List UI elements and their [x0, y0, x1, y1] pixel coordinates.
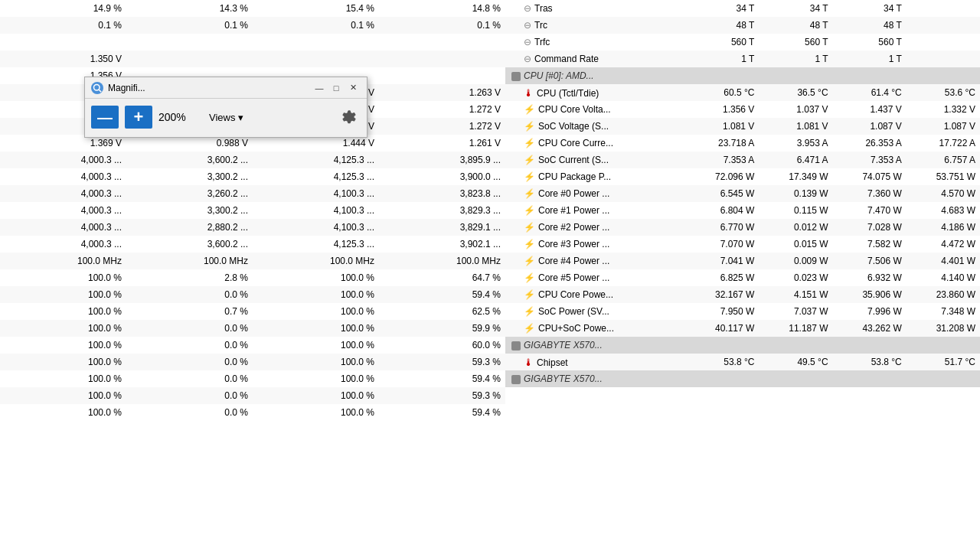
table-row: 100.0 %0.0 %100.0 %59.4 %: [0, 370, 505, 387]
magnifier-window: Magnifi... — □ ✕ — + 200% Views ▾: [84, 77, 368, 138]
table-row: [0, 34, 505, 51]
magnifier-title: Magnifi...: [108, 83, 310, 93]
table-row: 100.0 %0.0 %100.0 %59.3 %: [0, 387, 505, 404]
magnifier-app-icon: [91, 82, 103, 94]
lightning-icon: ⚡: [524, 188, 535, 199]
settings-button[interactable]: [336, 105, 361, 129]
chip-icon: [511, 341, 521, 350]
table-row: 100.0 %0.0 %100.0 %59.4 %: [0, 286, 505, 303]
lightning-icon: ⚡: [524, 306, 535, 317]
minimize-button[interactable]: —: [312, 80, 327, 96]
table-row: 100.0 %0.7 %100.0 %62.5 %: [0, 303, 505, 320]
chevron-down-icon: ▾: [238, 112, 243, 123]
right-panel: ⊖Tras34 T34 T34 T⊖Trc48 T48 T48 T⊖Trfc56…: [505, 0, 980, 551]
chip-icon: [511, 72, 521, 81]
circle-minus-icon: ⊖: [524, 54, 531, 64]
lightning-icon: ⚡: [524, 155, 535, 165]
svg-line-1: [99, 90, 101, 92]
table-row: ⚡Core #3 Power ...7.070 W0.015 W7.582 W4…: [505, 236, 980, 253]
zoom-out-button[interactable]: —: [91, 106, 119, 129]
zoom-in-button[interactable]: +: [125, 106, 152, 129]
table-row: ⚡CPU Core Powe...32.167 W4.151 W35.906 W…: [505, 286, 980, 303]
section-header-row: GIGABYTE X570...: [505, 370, 980, 387]
lightning-icon: ⚡: [524, 138, 535, 148]
table-row: ⊖Tras34 T34 T34 T: [505, 0, 980, 17]
table-row: ⚡CPU Package P...72.096 W17.349 W74.075 …: [505, 168, 980, 185]
lightning-icon: ⚡: [524, 171, 535, 182]
lightning-icon: ⚡: [524, 222, 535, 233]
table-row: ⚡Core #4 Power ...7.041 W0.009 W7.506 W4…: [505, 253, 980, 269]
table-row: ⚡Core #5 Power ...6.825 W0.023 W6.932 W4…: [505, 269, 980, 286]
section-header-row: CPU [#0]: AMD...: [505, 67, 980, 84]
chip-icon: [511, 375, 521, 384]
thermometer-icon: 🌡: [524, 357, 534, 368]
left-panel: 14.9 %14.3 %15.4 %14.8 %0.1 %0.1 %0.1 %0…: [0, 0, 505, 551]
lightning-icon: ⚡: [524, 323, 535, 334]
left-data-table: 14.9 %14.3 %15.4 %14.8 %0.1 %0.1 %0.1 %0…: [0, 0, 505, 421]
table-row: ⊖Trc48 T48 T48 T: [505, 17, 980, 34]
table-row: ⚡SoC Voltage (S...1.081 V1.081 V1.087 V1…: [505, 118, 980, 135]
table-row: 4,000.3 ...3,600.2 ...4,125.3 ...3,895.9…: [0, 152, 505, 168]
table-row: 🌡CPU (Tctl/Tdie)60.5 °C36.5 °C61.4 °C53.…: [505, 84, 980, 101]
table-row: ⊖Trfc560 T560 T560 T: [505, 34, 980, 51]
table-row: 4,000.3 ...3,600.2 ...4,125.3 ...3,902.1…: [0, 236, 505, 253]
right-data-table: ⊖Tras34 T34 T34 T⊖Trc48 T48 T48 T⊖Trfc56…: [505, 0, 980, 387]
table-row: 100.0 %0.0 %100.0 %59.9 %: [0, 320, 505, 337]
lightning-icon: ⚡: [524, 256, 535, 266]
section-header-row: GIGABYTE X570...: [505, 337, 980, 354]
table-row: 0.1 %0.1 %0.1 %0.1 %: [0, 17, 505, 34]
table-row: 🌡Chipset53.8 °C49.5 °C53.8 °C51.7 °C: [505, 354, 980, 370]
table-row: ⚡SoC Current (S...7.353 A6.471 A7.353 A6…: [505, 152, 980, 168]
magnifier-toolbar: — + 200% Views ▾: [85, 99, 367, 135]
table-row: ⚡Core #2 Power ...6.770 W0.012 W7.028 W4…: [505, 219, 980, 236]
table-row: 100.0 %0.0 %100.0 %59.3 %: [0, 354, 505, 370]
lightning-icon: ⚡: [524, 239, 535, 249]
svg-point-0: [94, 84, 100, 90]
table-row: 100.0 %0.0 %100.0 %60.0 %: [0, 337, 505, 354]
close-button[interactable]: ✕: [345, 80, 361, 96]
lightning-icon: ⚡: [524, 205, 535, 216]
table-row: ⚡SoC Power (SV...7.950 W7.037 W7.996 W7.…: [505, 303, 980, 320]
table-row: 4,000.3 ...3,260.2 ...4,100.3 ...3,823.8…: [0, 185, 505, 202]
lightning-icon: ⚡: [524, 121, 535, 132]
circle-minus-icon: ⊖: [524, 37, 531, 47]
table-row: 14.9 %14.3 %15.4 %14.8 %: [0, 0, 505, 17]
table-row: ⚡Core #1 Power ...6.804 W0.115 W7.470 W4…: [505, 202, 980, 219]
circle-minus-icon: ⊖: [524, 3, 531, 14]
table-row: 4,000.3 ...3,300.2 ...4,100.3 ...3,829.3…: [0, 202, 505, 219]
table-row: 100.0 %2.8 %100.0 %64.7 %: [0, 269, 505, 286]
thermometer-icon: 🌡: [524, 87, 534, 99]
table-row: ⚡CPU Core Curre...23.718 A3.953 A26.353 …: [505, 135, 980, 152]
table-row: 4,000.3 ...2,880.2 ...4,100.3 ...3,829.1…: [0, 219, 505, 236]
circle-minus-icon: ⊖: [524, 20, 531, 31]
table-row: 1.350 V: [0, 51, 505, 67]
table-row: ⚡Core #0 Power ...6.545 W0.139 W7.360 W4…: [505, 185, 980, 202]
table-row: 100.0 MHz100.0 MHz100.0 MHz100.0 MHz: [0, 253, 505, 269]
main-container: 14.9 %14.3 %15.4 %14.8 %0.1 %0.1 %0.1 %0…: [0, 0, 980, 551]
magnifier-titlebar: Magnifi... — □ ✕: [85, 77, 367, 99]
table-row: ⚡CPU Core Volta...1.356 V1.037 V1.437 V1…: [505, 101, 980, 118]
views-button[interactable]: Views ▾: [203, 109, 250, 126]
table-row: 100.0 %0.0 %100.0 %59.4 %: [0, 404, 505, 421]
zoom-level: 200%: [158, 111, 197, 123]
lightning-icon: ⚡: [524, 272, 535, 283]
table-row: ⊖Command Rate1 T1 T1 T: [505, 51, 980, 67]
table-row: ⚡CPU+SoC Powe...40.117 W11.187 W43.262 W…: [505, 320, 980, 337]
table-row: 4,000.3 ...3,300.2 ...4,125.3 ...3,900.0…: [0, 168, 505, 185]
lightning-icon: ⚡: [524, 104, 535, 115]
maximize-button[interactable]: □: [328, 80, 344, 96]
lightning-icon: ⚡: [524, 289, 535, 300]
